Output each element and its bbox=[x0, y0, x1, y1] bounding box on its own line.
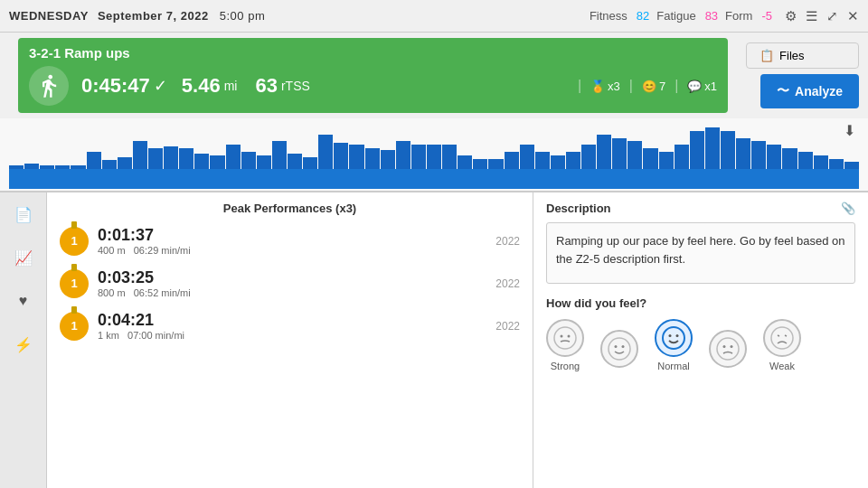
feel-good[interactable] bbox=[600, 330, 638, 371]
chart-bar bbox=[257, 155, 271, 169]
medal-icon: 🏅 bbox=[590, 80, 605, 93]
chart-bar bbox=[721, 131, 735, 169]
form-label: Form bbox=[725, 9, 752, 23]
chart-bar bbox=[40, 165, 54, 169]
sidebar-heart-icon[interactable]: ♥ bbox=[9, 286, 38, 315]
analyze-button[interactable]: 〜 Analyze bbox=[760, 74, 859, 108]
perf-year-1: 2022 bbox=[495, 235, 520, 248]
peak-performances-section: Peak Performances (x3) 1 0:01:37 400 m 0… bbox=[47, 192, 533, 488]
close-icon[interactable]: ✕ bbox=[847, 8, 859, 24]
gear-icon[interactable]: ⚙ bbox=[785, 8, 797, 24]
chart-bar bbox=[782, 148, 797, 169]
chart-bar bbox=[659, 152, 674, 169]
feel-tired[interactable] bbox=[709, 330, 747, 371]
feel-strong[interactable]: Strong bbox=[546, 319, 584, 371]
fatigue-label: Fatigue bbox=[656, 9, 695, 23]
fatigue-value: 83 bbox=[705, 9, 718, 23]
workout-title: 3-2-1 Ramp ups bbox=[29, 45, 717, 61]
chart-bar bbox=[334, 143, 348, 169]
workout-section: 3-2-1 Ramp ups 0:45:47 ✓ 5.46 mi 63 rTSS… bbox=[0, 33, 868, 118]
performance-row-1: 1 0:01:37 400 m 06:29 min/mi 2022 bbox=[60, 226, 520, 256]
chart-bar bbox=[612, 138, 627, 170]
svg-point-7 bbox=[669, 334, 672, 337]
weak-face bbox=[763, 319, 801, 357]
fitness-label: Fitness bbox=[590, 9, 627, 23]
sidebar-chart-icon[interactable]: 📈 bbox=[9, 243, 38, 272]
perf-year-3: 2022 bbox=[495, 320, 520, 333]
edit-icon[interactable]: 📎 bbox=[841, 202, 855, 215]
weak-label: Weak bbox=[769, 361, 795, 371]
chart-bar bbox=[365, 148, 380, 169]
time-label: 5:00 pm bbox=[220, 9, 265, 23]
sidebar-bolt-icon[interactable]: ⚡ bbox=[9, 330, 38, 359]
chart-bar bbox=[505, 152, 519, 169]
checkmark-icon: ✓ bbox=[154, 76, 167, 96]
sidebar-document-icon[interactable]: 📄 bbox=[9, 200, 38, 229]
comment-badge: 💬 x1 bbox=[687, 80, 717, 93]
chart-bar bbox=[133, 141, 147, 169]
chart-bar bbox=[179, 148, 193, 169]
download-icon[interactable]: ⬇ bbox=[844, 122, 855, 139]
performance-row-2: 1 0:03:25 800 m 06:52 min/mi 2022 bbox=[60, 268, 520, 298]
chart-bar bbox=[102, 160, 117, 169]
chart-bar bbox=[705, 127, 720, 169]
chart-bar bbox=[551, 155, 565, 169]
svg-line-14 bbox=[785, 335, 787, 336]
chart-bar bbox=[241, 152, 256, 169]
run-icon bbox=[29, 66, 69, 106]
chart-bar bbox=[814, 155, 828, 169]
perf-sub-3: 1 km 07:00 min/mi bbox=[98, 330, 486, 341]
duration-value: 0:45:47 bbox=[81, 74, 150, 98]
tired-face bbox=[709, 330, 747, 368]
chart-bar bbox=[581, 145, 596, 169]
chart-bar bbox=[767, 145, 781, 169]
peak-performances-title: Peak Performances (x3) bbox=[60, 202, 520, 215]
svg-point-0 bbox=[554, 327, 576, 349]
normal-face bbox=[655, 319, 693, 357]
good-face bbox=[600, 330, 638, 368]
files-label: Files bbox=[779, 49, 804, 62]
strong-face bbox=[546, 319, 584, 357]
metrics-bar: Fitness 82 Fatigue 83 Form -5 bbox=[590, 9, 772, 23]
chart-bar bbox=[427, 145, 441, 169]
chart-bar bbox=[396, 141, 410, 169]
workout-stats: 0:45:47 ✓ 5.46 mi 63 rTSS | 🏅 x3 | 😊 7 bbox=[29, 66, 717, 106]
chart-bar bbox=[118, 157, 132, 169]
chart-bar bbox=[164, 146, 178, 169]
smiley-badge: 😊 7 bbox=[642, 80, 665, 93]
perf-sub-2: 800 m 06:52 min/mi bbox=[98, 287, 486, 298]
medal-1: 1 bbox=[60, 227, 89, 256]
chart-bar bbox=[751, 141, 766, 169]
left-sidebar: 📄 📈 ♥ ⚡ bbox=[0, 192, 47, 488]
svg-point-12 bbox=[771, 327, 793, 349]
chart-area: ⬇ bbox=[0, 118, 868, 192]
files-button[interactable]: 📋 Files bbox=[746, 42, 859, 69]
strong-label: Strong bbox=[551, 361, 580, 371]
perf-details-3: 0:04:21 1 km 07:00 min/mi bbox=[98, 311, 486, 341]
performance-row-3: 1 0:04:21 1 km 07:00 min/mi 2022 bbox=[60, 311, 520, 341]
smiley-count: 7 bbox=[659, 80, 665, 93]
chart-bar bbox=[458, 155, 472, 169]
chart-bar bbox=[597, 135, 611, 169]
chart-bar bbox=[194, 154, 209, 169]
svg-point-9 bbox=[717, 338, 739, 360]
description-title: Description 📎 bbox=[546, 202, 855, 215]
expand-icon[interactable]: ⤢ bbox=[826, 8, 838, 24]
chart-bar bbox=[566, 152, 580, 169]
chart-bar bbox=[55, 165, 70, 169]
perf-details-1: 0:01:37 400 m 06:29 min/mi bbox=[98, 226, 486, 256]
chart-bar bbox=[675, 145, 689, 169]
svg-point-5 bbox=[622, 345, 625, 348]
chart-bar bbox=[643, 148, 657, 169]
feel-normal[interactable]: Normal bbox=[655, 319, 693, 371]
chart-bar bbox=[829, 159, 844, 170]
analyze-icon: 〜 bbox=[777, 83, 789, 99]
feel-weak[interactable]: Weak bbox=[763, 319, 801, 371]
svg-line-13 bbox=[778, 335, 779, 336]
chart-bar bbox=[303, 157, 317, 169]
chart-bar bbox=[318, 135, 333, 169]
tss-value: 63 bbox=[255, 74, 277, 98]
main-content: 📄 📈 ♥ ⚡ Peak Performances (x3) 1 0:01:37… bbox=[0, 192, 868, 488]
chart-bar bbox=[736, 138, 750, 170]
menu-icon[interactable]: ☰ bbox=[806, 8, 817, 24]
